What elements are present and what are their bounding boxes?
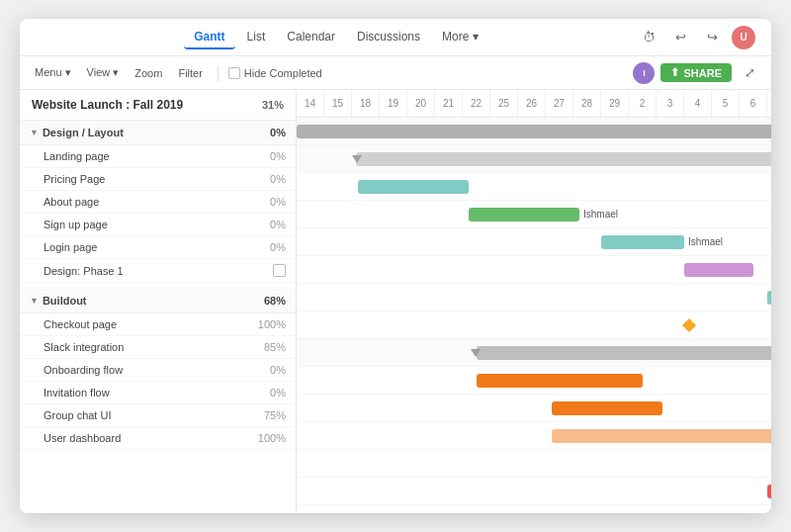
- share-button[interactable]: ⬆ SHARE: [660, 63, 732, 82]
- task-login-page[interactable]: Login page 0%: [20, 236, 296, 259]
- task-name: Invitation flow: [44, 387, 250, 399]
- gantt-row-login: [297, 284, 771, 311]
- gc: [297, 284, 771, 310]
- col-15: 15: [324, 90, 352, 117]
- redo-icon[interactable]: ↪: [700, 26, 724, 49]
- tab-calendar[interactable]: Calendar: [277, 26, 345, 49]
- task-slack-integration[interactable]: Slack integration 85%: [20, 336, 296, 359]
- gc: [297, 505, 771, 513]
- project-pct: 31%: [262, 99, 284, 111]
- col-3: 3: [657, 90, 684, 117]
- zoom-button[interactable]: Zoom: [130, 65, 167, 81]
- user-avatar[interactable]: U: [732, 26, 755, 49]
- left-panel: Website Launch : Fall 2019 31% ▼ Design …: [20, 90, 297, 513]
- history-icon[interactable]: ⏱: [637, 26, 660, 49]
- nav-tabs: Gantt List Calendar Discussions More ▾: [36, 26, 637, 49]
- toolbar-right: I ⬆ SHARE ⤢: [633, 61, 761, 85]
- share-icon: ⬆: [670, 66, 679, 79]
- filter-button[interactable]: Filter: [173, 65, 207, 81]
- group-bar: [356, 152, 771, 166]
- group-pct: 0%: [270, 127, 286, 138]
- task-pricing-page[interactable]: Pricing Page 0%: [20, 168, 296, 191]
- tab-discussions[interactable]: Discussions: [347, 26, 430, 49]
- group-design-layout[interactable]: ▼ Design / Layout 0%: [20, 121, 296, 145]
- gc: [297, 311, 771, 338]
- task-design-phase1[interactable]: Design: Phase 1: [20, 259, 296, 283]
- col-18: 18: [352, 90, 380, 117]
- group-pct: 68%: [264, 295, 286, 307]
- task-name: Landing page: [44, 150, 250, 162]
- hide-completed-checkbox[interactable]: [228, 67, 240, 79]
- gantt-row-onboarding: I: [297, 422, 771, 450]
- gantt-row-buildout-group: [297, 339, 771, 367]
- task-name: Pricing Page: [44, 173, 250, 185]
- col-6: 6: [740, 90, 767, 117]
- group-indicator-2: [471, 349, 481, 357]
- gantt-row-landing: [297, 173, 771, 201]
- task-name: User dashboard: [44, 432, 250, 444]
- label-ishmael-1: Ishmael: [583, 209, 618, 220]
- task-invitation-flow[interactable]: Invitation flow 0%: [20, 382, 296, 404]
- col-14: 14: [297, 90, 324, 117]
- divider: [218, 65, 219, 81]
- col-29: 29: [601, 90, 629, 117]
- col-21: 21: [435, 90, 463, 117]
- view-label: View ▾: [87, 66, 120, 79]
- zoom-label: Zoom: [134, 67, 162, 79]
- menu-label: Menu ▾: [35, 66, 71, 79]
- tab-gantt[interactable]: Gantt: [184, 26, 234, 49]
- col-19: 19: [380, 90, 407, 117]
- col-2: 2: [629, 90, 657, 117]
- task-pct: 0%: [250, 196, 286, 208]
- menu-button[interactable]: Menu ▾: [30, 64, 76, 81]
- undo-icon[interactable]: ↩: [668, 26, 692, 49]
- col-5: 5: [712, 90, 740, 117]
- col-27: 27: [546, 90, 573, 117]
- task-name: Checkout page: [44, 318, 250, 330]
- tab-more[interactable]: More ▾: [432, 26, 488, 49]
- gantt-row-slack: [297, 395, 771, 422]
- group-label: ▼ Buildout: [30, 295, 87, 307]
- task-name: Login page: [44, 241, 250, 253]
- gantt-row-about: Ishmael: [297, 228, 771, 256]
- task-checkbox[interactable]: [273, 264, 286, 277]
- chevron-icon: ▼: [30, 296, 39, 306]
- hide-completed-label: Hide Completed: [244, 67, 322, 79]
- group-buildout[interactable]: ▼ Buildout 68%: [20, 289, 296, 313]
- expand-icon[interactable]: ⤢: [738, 61, 761, 85]
- task-signup-page[interactable]: Sign up page 0%: [20, 214, 296, 236]
- toolbar: Menu ▾ View ▾ Zoom Filter Hide Completed…: [20, 56, 771, 90]
- gantt-row-design-phase1: [297, 311, 771, 339]
- project-name: Website Launch : Fall 2019: [32, 98, 183, 112]
- task-pct: 100%: [250, 432, 286, 444]
- bar-groupchat: [767, 485, 771, 498]
- task-pct: 0%: [250, 219, 286, 230]
- view-button[interactable]: View ▾: [82, 64, 125, 81]
- task-about-page[interactable]: About page 0%: [20, 191, 296, 214]
- task-name: Group chat UI: [44, 409, 250, 421]
- col-9: 9: [767, 90, 771, 117]
- gantt-area[interactable]: 14 15 18 19 20 21 22 25 26 27 28 29 2 3 …: [297, 90, 771, 513]
- group-name: Design / Layout: [43, 127, 124, 138]
- task-landing-page[interactable]: Landing page 0%: [20, 145, 296, 168]
- tab-list[interactable]: List: [237, 26, 276, 49]
- task-onboarding-flow[interactable]: Onboarding flow 0%: [20, 359, 296, 382]
- col-22: 22: [463, 90, 490, 117]
- task-name: About page: [44, 196, 250, 208]
- gc: [297, 395, 771, 421]
- gantt-row-project: [297, 118, 771, 145]
- task-checkout-page[interactable]: Checkout page 100%: [20, 313, 296, 336]
- group-indicator: [352, 155, 362, 163]
- task-pct: 0%: [250, 387, 286, 399]
- task-pct: 75%: [250, 409, 286, 421]
- col-28: 28: [573, 90, 601, 117]
- gc: [297, 478, 771, 504]
- bar-onboarding: [552, 429, 771, 443]
- hide-completed-toggle[interactable]: Hide Completed: [228, 67, 322, 79]
- task-name: Design: Phase 1: [44, 265, 269, 277]
- task-group-chat[interactable]: Group chat UI 75%: [20, 404, 296, 427]
- group-label: ▼ Design / Layout: [30, 127, 124, 138]
- nav-right: ⏱ ↩ ↪ U: [637, 26, 755, 49]
- task-pct: 0%: [250, 241, 286, 253]
- task-user-dashboard[interactable]: User dashboard 100%: [20, 427, 296, 450]
